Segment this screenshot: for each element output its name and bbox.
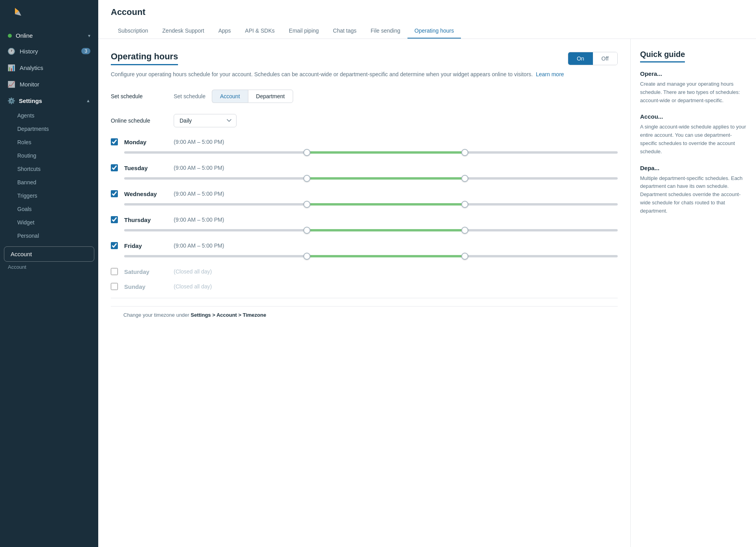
- sidebar-item-shortcuts[interactable]: Shortcuts: [0, 162, 98, 176]
- tab-email-piping[interactable]: Email piping: [282, 24, 326, 39]
- saturday-checkbox[interactable]: [111, 268, 118, 275]
- tab-subscription[interactable]: Subscription: [111, 24, 155, 39]
- thursday-checkbox[interactable]: [111, 216, 118, 223]
- history-icon: 🕐: [8, 48, 15, 55]
- saturday-label: Saturday: [124, 268, 167, 275]
- page-title: Account: [111, 7, 743, 17]
- wednesday-start-thumb[interactable]: [303, 201, 310, 208]
- analytics-icon: 📊: [8, 64, 15, 71]
- thursday-slider[interactable]: [124, 226, 618, 234]
- schedule-type-department-button[interactable]: Department: [248, 90, 293, 103]
- main-content: Account Subscription Zendesk Support App…: [98, 0, 756, 547]
- sidebar-item-triggers[interactable]: Triggers: [0, 189, 98, 202]
- quick-guide-panel: Quick guide Opera... Create and manage y…: [630, 39, 756, 547]
- day-row-friday: Friday (9:00 AM – 5:00 PM): [111, 242, 618, 260]
- sunday-label: Sunday: [124, 283, 167, 290]
- history-badge: 3: [81, 48, 90, 54]
- sidebar-item-personal[interactable]: Personal: [0, 229, 98, 242]
- thursday-start-thumb[interactable]: [303, 227, 310, 234]
- sidebar-item-agents[interactable]: Agents: [0, 109, 98, 122]
- settings-label: Settings: [19, 97, 42, 104]
- tab-zendesk-support[interactable]: Zendesk Support: [155, 24, 211, 39]
- thursday-time: (9:00 AM – 5:00 PM): [174, 217, 224, 223]
- sidebar-item-roles[interactable]: Roles: [0, 136, 98, 149]
- monday-slider[interactable]: [124, 149, 618, 156]
- sidebar-item-analytics[interactable]: 📊 Analytics: [0, 59, 98, 76]
- wednesday-slider[interactable]: [124, 200, 618, 208]
- sunday-checkbox[interactable]: [111, 283, 118, 290]
- friday-start-thumb[interactable]: [303, 253, 310, 260]
- tab-apps[interactable]: Apps: [211, 24, 238, 39]
- tab-api-sdks[interactable]: API & SDKs: [238, 24, 282, 39]
- guide-section-department-title: Depa...: [640, 165, 747, 171]
- chevron-up-icon: ▲: [86, 98, 90, 103]
- toggle-on-button[interactable]: On: [568, 52, 593, 65]
- monday-end-thumb[interactable]: [461, 149, 468, 156]
- tab-bar: Subscription Zendesk Support Apps API & …: [111, 24, 743, 39]
- account-label: Account: [11, 251, 32, 257]
- main-panel: Operating hours On Off Configure your op…: [98, 39, 630, 547]
- friday-end-thumb[interactable]: [461, 253, 468, 260]
- wednesday-checkbox[interactable]: [111, 190, 118, 197]
- sidebar-item-label: Analytics: [20, 64, 43, 71]
- sidebar-item-account[interactable]: Account: [4, 246, 94, 262]
- monday-checkbox[interactable]: [111, 138, 118, 145]
- learn-more-link[interactable]: Learn more: [536, 71, 564, 77]
- friday-label: Friday: [124, 242, 167, 249]
- tuesday-time: (9:00 AM – 5:00 PM): [174, 165, 224, 171]
- sunday-time: (Closed all day): [174, 283, 212, 290]
- guide-section-department-text: Multiple department-specific schedules. …: [640, 174, 747, 215]
- sidebar-item-monitor[interactable]: 📈 Monitor: [0, 76, 98, 92]
- friday-slider[interactable]: [124, 252, 618, 260]
- sidebar-item-history[interactable]: 🕐 History 3: [0, 43, 98, 59]
- guide-section-account-text: A single account-wide schedule applies t…: [640, 123, 747, 156]
- friday-checkbox[interactable]: [111, 242, 118, 249]
- wednesday-label: Wednesday: [124, 191, 167, 197]
- friday-time: (9:00 AM – 5:00 PM): [174, 242, 224, 249]
- set-schedule-row: Set schedule Set schedule Account Depart…: [111, 90, 618, 103]
- sidebar-item-departments[interactable]: Departments: [0, 122, 98, 136]
- guide-section-operating: Opera... Create and manage your operatin…: [640, 70, 747, 105]
- online-status-button[interactable]: Online ▾: [0, 28, 98, 43]
- set-schedule-label: Set schedule: [111, 93, 166, 99]
- page-header: Account Subscription Zendesk Support App…: [98, 0, 756, 39]
- sidebar-item-banned[interactable]: Banned: [0, 176, 98, 189]
- sidebar-item-routing[interactable]: Routing: [0, 149, 98, 162]
- day-row-monday: Monday (9:00 AM – 5:00 PM): [111, 138, 618, 156]
- online-schedule-row: Online schedule Daily Weekly Custom: [111, 114, 618, 127]
- wednesday-end-thumb[interactable]: [461, 201, 468, 208]
- schedule-type-account-button[interactable]: Account: [212, 90, 248, 103]
- online-dot: [8, 34, 12, 38]
- thursday-end-thumb[interactable]: [461, 227, 468, 234]
- sidebar-item-goals[interactable]: Goals: [0, 202, 98, 216]
- toggle-group: On Off: [568, 52, 618, 65]
- tuesday-end-thumb[interactable]: [461, 175, 468, 182]
- settings-gear-icon: ⚙️: [8, 97, 15, 104]
- day-row-saturday: Saturday (Closed all day): [111, 268, 618, 275]
- wednesday-time: (9:00 AM – 5:00 PM): [174, 191, 224, 197]
- day-row-sunday: Sunday (Closed all day): [111, 283, 618, 290]
- operating-hours-description: Configure your operating hours schedule …: [111, 70, 618, 79]
- tuesday-slider[interactable]: [124, 174, 618, 182]
- day-row-wednesday: Wednesday (9:00 AM – 5:00 PM): [111, 190, 618, 208]
- tab-operating-hours[interactable]: Operating hours: [407, 24, 461, 39]
- saturday-time: (Closed all day): [174, 268, 212, 275]
- monday-start-thumb[interactable]: [303, 149, 310, 156]
- toggle-off-button[interactable]: Off: [593, 52, 617, 65]
- tuesday-start-thumb[interactable]: [303, 175, 310, 182]
- guide-section-department: Depa... Multiple department-specific sch…: [640, 165, 747, 215]
- operating-hours-title: Operating hours: [111, 51, 178, 65]
- monday-label: Monday: [124, 139, 167, 145]
- guide-section-operating-title: Opera...: [640, 70, 747, 77]
- sidebar-item-widget[interactable]: Widget: [0, 216, 98, 229]
- operating-hours-header: Operating hours On Off: [111, 51, 618, 65]
- tab-file-sending[interactable]: File sending: [363, 24, 407, 39]
- tuesday-checkbox[interactable]: [111, 164, 118, 171]
- guide-section-account: Accou... A single account-wide schedule …: [640, 113, 747, 156]
- sidebar: Online ▾ 🕐 History 3 📊 Analytics 📈 Monit…: [0, 0, 98, 547]
- quick-guide-title: Quick guide: [640, 50, 685, 62]
- monday-time: (9:00 AM – 5:00 PM): [174, 139, 224, 145]
- online-schedule-select[interactable]: Daily Weekly Custom: [174, 114, 237, 127]
- settings-section-header[interactable]: ⚙️ Settings ▲: [0, 92, 98, 109]
- tab-chat-tags[interactable]: Chat tags: [326, 24, 363, 39]
